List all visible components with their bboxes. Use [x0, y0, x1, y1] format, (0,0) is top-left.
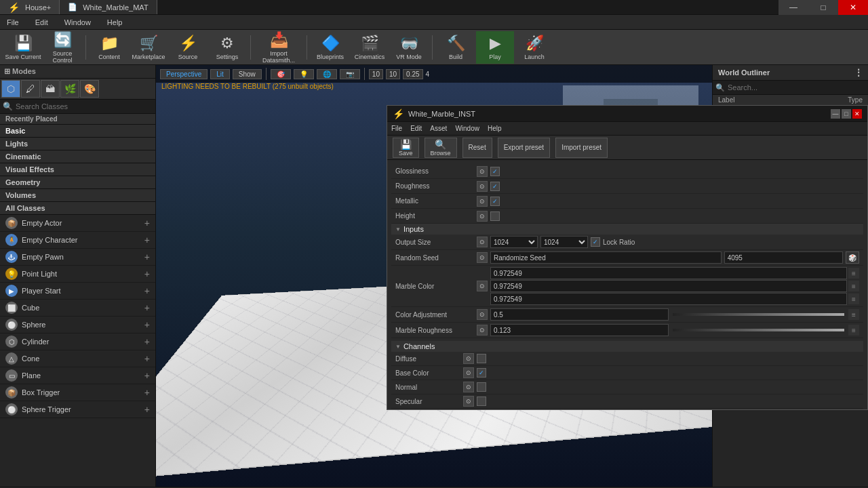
menu-help[interactable]: Help	[103, 17, 127, 28]
viewport-show-btn[interactable]: Show	[233, 69, 262, 79]
sphere-trigger-add[interactable]: +	[144, 404, 150, 415]
list-item-point-light[interactable]: 💡 Point Light +	[0, 266, 155, 283]
mat-diffuse-pin[interactable]: ⊙	[463, 353, 474, 364]
toolbar-launch[interactable]: 🚀 Launch	[515, 31, 553, 64]
toolbar-save-current[interactable]: 💾 Save Current	[4, 31, 42, 64]
mat-menu-window[interactable]: Window	[455, 125, 479, 132]
list-item-empty-character[interactable]: 🧍 Empty Character +	[0, 232, 155, 249]
mat-close-button[interactable]: ✕	[852, 109, 862, 119]
mat-basecolor-pin[interactable]: ⊙	[463, 367, 474, 378]
mat-minimize-button[interactable]: —	[831, 109, 840, 119]
toolbar-settings[interactable]: ⚙ Settings	[208, 31, 246, 64]
mat-menu-file[interactable]: File	[391, 125, 402, 132]
mat-marble-color-b-expand[interactable]: ≡	[848, 293, 859, 304]
mat-random-seed-pin[interactable]: ⊙	[477, 252, 488, 263]
mat-glossiness-check[interactable]	[490, 167, 500, 176]
mat-output-size-pin[interactable]: ⊙	[477, 237, 488, 247]
mat-color-adj-input[interactable]	[490, 308, 669, 321]
mat-marble-roughness-input[interactable]	[490, 324, 669, 336]
list-item-player-start[interactable]: ▶ Player Start +	[0, 283, 155, 300]
mat-marble-color-r-expand[interactable]: ≡	[848, 268, 859, 279]
search-classes-input[interactable]	[13, 101, 153, 112]
mat-marble-color-pin[interactable]: ⊙	[477, 281, 488, 291]
mat-marble-color-g-expand[interactable]: ≡	[848, 281, 859, 291]
mat-random-seed-value-input[interactable]	[724, 251, 843, 264]
category-volumes[interactable]: Volumes	[0, 189, 155, 202]
list-item-plane[interactable]: ▭ Plane +	[0, 367, 155, 384]
category-cinematic[interactable]: Cinematic	[0, 150, 155, 163]
mat-maximize-button[interactable]: □	[842, 109, 851, 119]
mode-btn-select[interactable]: ⬡	[1, 80, 20, 98]
mat-roughness-check[interactable]	[490, 182, 500, 191]
cube-add[interactable]: +	[144, 302, 150, 313]
plane-add[interactable]: +	[144, 370, 150, 381]
vp-icon-3[interactable]: 🌐	[317, 69, 337, 79]
cylinder-add[interactable]: +	[144, 336, 150, 347]
mat-color-adj-expand[interactable]: ≡	[848, 309, 859, 320]
category-all-classes[interactable]: All Classes	[0, 202, 155, 215]
outliner-search-input[interactable]	[725, 82, 865, 93]
box-trigger-add[interactable]: +	[144, 387, 150, 398]
mat-marble-roughness-expand[interactable]: ≡	[848, 325, 859, 336]
toolbar-marketplace[interactable]: 🛒 Marketplace	[130, 31, 167, 64]
mat-normal-pin[interactable]: ⊙	[463, 382, 474, 392]
mat-glossiness-pin[interactable]: ⊙	[477, 166, 488, 177]
mat-save-button[interactable]: 💾 Save	[393, 138, 419, 158]
mat-specular-check[interactable]	[477, 396, 486, 406]
mat-menu-help[interactable]: Help	[488, 125, 502, 132]
toolbar-content[interactable]: 📁 Content	[90, 31, 128, 64]
menu-file[interactable]: File	[3, 17, 23, 28]
cone-add[interactable]: +	[144, 353, 150, 364]
player-start-add[interactable]: +	[144, 285, 150, 296]
mat-diffuse-check[interactable]	[477, 354, 486, 363]
mat-output-size-select1[interactable]: 10245122048	[490, 236, 538, 248]
mat-basecolor-check[interactable]	[477, 368, 486, 378]
mat-menu-asset[interactable]: Asset	[430, 125, 447, 132]
mat-marble-color-r[interactable]	[490, 267, 847, 279]
toolbar-play[interactable]: ▶ Play	[476, 31, 514, 64]
mat-height-pin[interactable]: ⊙	[477, 211, 488, 222]
list-item-box-trigger[interactable]: 📦 Box Trigger +	[0, 384, 155, 401]
toolbar-import-datasmith[interactable]: 📥 Import Datasmith...	[255, 31, 302, 64]
empty-character-add[interactable]: +	[144, 235, 150, 245]
empty-actor-add[interactable]: +	[144, 218, 150, 228]
toolbar-build[interactable]: 🔨 Build	[437, 31, 475, 64]
window-max-button[interactable]: □	[808, 0, 838, 15]
list-item-sphere-trigger[interactable]: ⚪ Sphere Trigger +	[0, 401, 155, 418]
mat-export-preset-button[interactable]: Export preset	[498, 138, 550, 158]
mat-marble-roughness-slider[interactable]	[673, 329, 844, 331]
mat-marble-color-b[interactable]	[490, 293, 847, 305]
empty-pawn-add[interactable]: +	[144, 251, 150, 262]
mat-height-check[interactable]	[490, 211, 500, 221]
list-item-cylinder[interactable]: ⬡ Cylinder +	[0, 333, 155, 350]
category-visual-effects[interactable]: Visual Effects	[0, 163, 155, 176]
recently-placed-header[interactable]: Recently Placed	[0, 114, 155, 125]
mat-channels-header[interactable]: ▼ Channels	[391, 341, 863, 352]
list-item-sphere[interactable]: ⚪ Sphere +	[0, 317, 155, 333]
list-item-empty-actor[interactable]: 📦 Empty Actor +	[0, 215, 155, 232]
category-basic[interactable]: Basic	[0, 125, 155, 138]
mat-lock-ratio-check[interactable]	[591, 237, 600, 247]
mat-inputs-header[interactable]: ▼ Inputs	[391, 224, 863, 235]
toolbar-source[interactable]: ⚡ Source	[169, 31, 207, 64]
sphere-add[interactable]: +	[144, 319, 150, 330]
menu-edit[interactable]: Edit	[31, 17, 52, 28]
mode-btn-landscape[interactable]: 🏔	[41, 80, 60, 98]
list-item-cone[interactable]: △ Cone +	[0, 350, 155, 367]
mat-random-seed-name-input[interactable]	[490, 251, 722, 264]
vp-icon-1[interactable]: 🎯	[271, 69, 291, 79]
toolbar-source-control[interactable]: 🔄 Source Control	[43, 31, 81, 64]
mat-menu-edit[interactable]: Edit	[410, 125, 422, 132]
window-min-button[interactable]: —	[778, 0, 808, 15]
category-geometry[interactable]: Geometry	[0, 176, 155, 189]
mode-btn-brush[interactable]: 🎨	[80, 80, 99, 98]
mat-browse-button[interactable]: 🔍 Browse	[425, 138, 457, 158]
vp-icon-4[interactable]: 📷	[340, 69, 360, 79]
vp-icon-2[interactable]: 💡	[294, 69, 314, 79]
mat-import-preset-button[interactable]: Import preset	[555, 138, 608, 158]
mat-marble-roughness-pin[interactable]: ⊙	[477, 325, 488, 336]
mat-metallic-pin[interactable]: ⊙	[477, 196, 488, 207]
toolbar-cinematics[interactable]: 🎬 Cinematics	[351, 31, 389, 64]
mat-random-seed-dice[interactable]: 🎲	[846, 251, 859, 264]
menu-window[interactable]: Window	[60, 17, 95, 28]
